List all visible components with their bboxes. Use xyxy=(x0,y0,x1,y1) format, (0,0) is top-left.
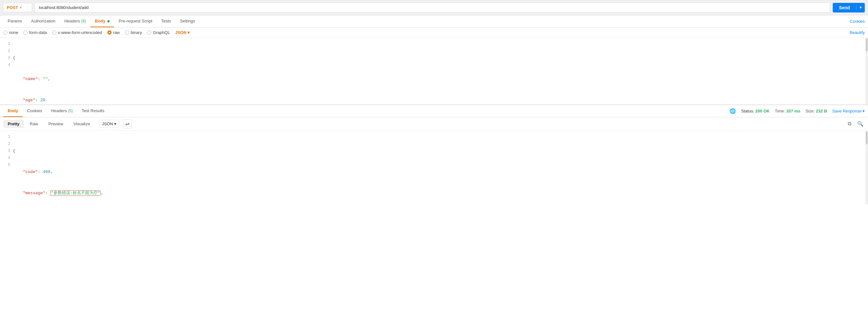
response-section: Body Cookies Headers (5) Test Results 🌐 … xyxy=(0,105,868,204)
tab-pre-request-script[interactable]: Pre-request Script xyxy=(114,15,157,27)
request-scrollbar[interactable] xyxy=(865,38,868,104)
method-label: POST xyxy=(7,5,18,10)
radio-none-circle xyxy=(3,30,7,35)
tab-settings[interactable]: Settings xyxy=(175,15,199,27)
url-input[interactable] xyxy=(35,3,830,12)
response-tab-headers[interactable]: Headers (5) xyxy=(46,105,77,117)
copy-response-button[interactable]: ⧉ xyxy=(846,120,852,128)
format-pretty[interactable]: Pretty xyxy=(3,120,24,128)
response-tab-cookies[interactable]: Cookies xyxy=(23,105,47,117)
size-label: Size: 232 B xyxy=(806,109,827,113)
url-bar: POST ▾ Send ▾ xyxy=(0,0,868,15)
status-value: 200 OK xyxy=(755,109,770,113)
format-visualize[interactable]: Visualize xyxy=(69,120,95,128)
radio-raw-circle xyxy=(107,30,112,35)
radio-graphql-circle xyxy=(147,30,151,35)
tab-body[interactable]: Body xyxy=(90,15,114,27)
send-dropdown-icon[interactable]: ▾ xyxy=(856,5,865,10)
radio-urlencoded-circle xyxy=(52,30,56,35)
method-chevron-icon: ▾ xyxy=(20,6,22,9)
radio-form-data-circle xyxy=(23,30,28,35)
search-response-button[interactable]: 🔍 xyxy=(856,120,865,128)
response-tab-body[interactable]: Body xyxy=(3,105,23,117)
tab-authorization[interactable]: Authorization xyxy=(27,15,60,27)
response-scrollbar[interactable] xyxy=(865,131,868,204)
tab-headers[interactable]: Headers (8) xyxy=(60,15,90,27)
format-preview[interactable]: Preview xyxy=(44,120,68,128)
request-code-content[interactable]: { "name": "", "age": 20 } xyxy=(13,40,868,105)
tab-params[interactable]: Params xyxy=(3,15,27,27)
send-label: Send xyxy=(833,5,856,10)
response-tab-test-results[interactable]: Test Results xyxy=(77,105,109,117)
response-action-buttons: ⧉ 🔍 xyxy=(846,120,865,128)
send-button[interactable]: Send ▾ xyxy=(833,3,865,12)
time-value: 337 ms xyxy=(786,109,800,113)
radio-binary[interactable]: binary xyxy=(125,30,142,35)
response-code-editor[interactable]: 1 2 3 4 5 { "code": 400, "message": "参数错… xyxy=(0,131,868,204)
globe-icon: 🌐 xyxy=(730,108,736,114)
request-line-numbers: 1 2 3 4 xyxy=(0,40,13,105)
body-type-row: none form-data x-www-form-urlencoded raw… xyxy=(0,28,868,38)
request-code-editor[interactable]: 1 2 3 4 { "name": "", "age": 20 } xyxy=(0,38,868,105)
size-value: 232 B xyxy=(816,109,827,113)
radio-binary-circle xyxy=(125,30,129,35)
wrap-text-button[interactable]: ⇌ xyxy=(123,119,132,129)
radio-none[interactable]: none xyxy=(3,30,18,35)
body-active-dot xyxy=(107,20,110,23)
response-line-numbers: 1 2 3 4 5 xyxy=(0,133,13,204)
response-json-format-select[interactable]: JSON ▾ xyxy=(99,120,119,128)
radio-form-data[interactable]: form-data xyxy=(23,30,47,35)
tab-tests[interactable]: Tests xyxy=(157,15,175,27)
format-raw[interactable]: Raw xyxy=(25,120,43,128)
save-response-button[interactable]: Save Response ▾ xyxy=(832,109,865,113)
radio-raw[interactable]: raw xyxy=(107,30,120,35)
time-label: Time: 337 ms xyxy=(775,109,800,113)
method-select[interactable]: POST ▾ xyxy=(3,3,32,12)
status-label: Status: 200 OK xyxy=(741,109,770,113)
cookies-link[interactable]: Cookies xyxy=(850,16,865,27)
radio-urlencoded[interactable]: x-www-form-urlencoded xyxy=(52,30,102,35)
json-format-dropdown[interactable]: JSON ▾ xyxy=(175,30,189,35)
request-tabs: Params Authorization Headers (8) Body Pr… xyxy=(0,15,868,28)
response-format-row: Pretty Raw Preview Visualize JSON ▾ ⇌ ⧉ … xyxy=(0,117,868,131)
response-code-content[interactable]: { "code": 400, "message": "参数错误:姓名不能为空",… xyxy=(13,133,868,204)
radio-graphql[interactable]: GraphQL xyxy=(147,30,170,35)
response-tabs: Body Cookies Headers (5) Test Results 🌐 … xyxy=(0,105,868,117)
beautify-button[interactable]: Beautify xyxy=(850,30,865,35)
response-status-bar: 🌐 Status: 200 OK Time: 337 ms Size: 232 … xyxy=(730,105,865,117)
